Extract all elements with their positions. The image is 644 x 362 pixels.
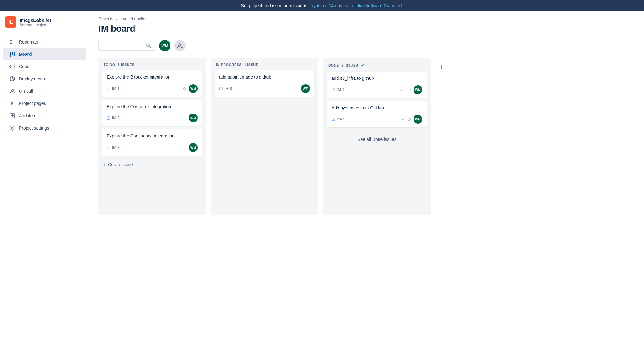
done-check-icon: ✓	[361, 63, 365, 68]
card-id-im3: ☑ IM-3	[107, 145, 120, 150]
branch-icon-im9: ⎇	[406, 87, 411, 92]
project-settings-label: Project settings	[19, 126, 49, 131]
avatar-im7: WM	[414, 115, 422, 124]
issue-id-im9: IM-9	[337, 88, 344, 92]
svg-point-7	[11, 90, 13, 91]
issue-id-im2: IM-2	[112, 116, 120, 120]
breadcrumb-project[interactable]: ImageLabeller	[121, 16, 146, 21]
card-im8[interactable]: add submitImage to github ☑ IM-8 WM	[215, 70, 314, 97]
svg-rect-1	[10, 42, 13, 42]
sidebar-item-code[interactable]: Code	[3, 61, 86, 73]
card-im2[interactable]: Explore the Opsgenie integration ☑ IM-2 …	[102, 100, 202, 126]
column-title-todo: TO DO	[104, 63, 115, 67]
pages-icon	[9, 101, 16, 106]
sidebar-item-project-settings[interactable]: Project settings	[3, 122, 86, 134]
issue-id-im8: IM-8	[224, 86, 232, 91]
code-icon	[9, 64, 16, 69]
card-icons-im9: ✓ ⎇ WM	[400, 85, 422, 94]
issue-id-im7: IM-7	[337, 117, 344, 121]
breadcrumb-separator: /	[116, 16, 118, 21]
svg-rect-0	[10, 40, 12, 41]
card-im1[interactable]: Explore the Bitbucket integration ☑ IM-1…	[102, 70, 202, 97]
project-pages-label: Project pages	[19, 101, 46, 106]
svg-rect-5	[14, 52, 15, 56]
sidebar-item-project-pages[interactable]: Project pages	[3, 97, 86, 109]
add-member-button[interactable]	[174, 40, 186, 51]
card-im7[interactable]: Add systemtests to GitHub ☑ IM-7 ✓ ◇ WM	[327, 101, 427, 128]
oncall-label: On-call	[19, 89, 33, 94]
checkbox-im8: ☑	[219, 86, 223, 91]
sidebar-item-add-item[interactable]: Add item	[3, 110, 86, 122]
checkbox-im1: ☑	[107, 86, 110, 91]
oncall-icon	[9, 88, 16, 94]
avatar-im8: WM	[301, 84, 310, 93]
card-meta-im2: ☑ IM-2 WM	[107, 114, 198, 122]
search-icon[interactable]: 🔍	[146, 43, 152, 48]
see-all-done-button[interactable]: See all Done issues	[327, 131, 427, 148]
main-content: Projects / ImageLabeller IM board 🔍 WM T…	[88, 11, 644, 362]
card-meta-im7: ☑ IM-7 ✓ ◇ WM	[331, 115, 422, 124]
roadmap-label: Roadmap	[19, 39, 38, 44]
card-icons-im8: WM	[301, 84, 310, 93]
project-name: ImageLabeller	[20, 17, 51, 23]
card-title-im7: Add systemtests to GitHub	[331, 105, 422, 111]
column-todo: TO DO 3 ISSUES Explore the Bitbucket int…	[98, 58, 206, 215]
card-title-im1: Explore the Bitbucket integration	[107, 74, 198, 80]
sidebar-item-oncall[interactable]: On-call	[3, 85, 86, 97]
see-all-label: See all Done issues	[357, 137, 397, 142]
breadcrumb-projects[interactable]: Projects	[98, 16, 113, 21]
card-meta-im8: ☑ IM-8 WM	[219, 84, 310, 93]
search-box[interactable]: 🔍	[98, 41, 155, 51]
card-id-im8: ☑ IM-8	[219, 86, 232, 91]
column-count-todo: 3 ISSUES	[118, 63, 134, 67]
card-id-im2: ☑ IM-2	[107, 116, 120, 120]
card-icons-im7: ✓ ◇ WM	[402, 115, 422, 124]
svg-point-17	[178, 44, 181, 46]
checkbox-im3: ☑	[107, 145, 110, 150]
svg-rect-3	[10, 52, 11, 57]
story-point-icon-im1: ◇	[183, 86, 186, 91]
deployments-icon	[9, 76, 16, 82]
deployments-label: Deployments	[19, 76, 45, 81]
svg-point-16	[12, 127, 13, 129]
code-label: Code	[19, 64, 29, 69]
sidebar: IL ImageLabeller Software project Roadma…	[0, 11, 88, 362]
card-icons-im2: WM	[189, 114, 198, 122]
settings-icon	[9, 125, 16, 131]
search-input[interactable]	[102, 43, 145, 48]
card-icons-im1: ◇ WM	[183, 84, 198, 93]
avatar-wm[interactable]: WM	[159, 40, 170, 51]
column-inprogress: IN PROGRESS 1 ISSUE add submitImage to g…	[211, 58, 318, 215]
card-title-im9: add s3_infra to github	[331, 75, 422, 82]
column-header-done: DONE 2 ISSUES ✓	[327, 61, 427, 72]
column-header-inprogress: IN PROGRESS 1 ISSUE	[215, 61, 314, 70]
card-icons-im3: WM	[189, 143, 198, 152]
avatar-im9: WM	[414, 85, 422, 94]
sidebar-item-board[interactable]: Board	[3, 48, 86, 60]
done-icon-im7: ✓	[402, 117, 405, 121]
avatar-im1: WM	[189, 84, 198, 93]
banner-link[interactable]: Try it in a 14-day trial of Jira Softwar…	[309, 3, 403, 8]
card-title-im2: Explore the Opsgenie integration	[107, 104, 198, 110]
column-count-inprogress: 1 ISSUE	[244, 63, 258, 67]
issue-id-im3: IM-3	[112, 145, 120, 150]
add-item-label: Add item	[19, 113, 36, 118]
card-im3[interactable]: Explore the Confluence integration ☑ IM-…	[102, 129, 202, 156]
card-id-im7: ☑ IM-7	[331, 117, 344, 122]
create-issue-button[interactable]: + Create issue	[102, 159, 202, 170]
add-item-icon	[9, 113, 16, 119]
card-meta-im1: ☑ IM-1 ◇ WM	[107, 84, 198, 93]
column-title-done: DONE	[328, 63, 339, 67]
checkbox-im7: ☑	[331, 117, 335, 122]
card-id-im9: ☑ IM-9	[331, 87, 344, 92]
story-point-icon-im7: ◇	[408, 117, 411, 122]
column-title-inprogress: IN PROGRESS	[216, 63, 242, 67]
create-issue-label: Create issue	[108, 162, 133, 167]
banner-text: Set project and issue permissions.	[241, 3, 308, 8]
sidebar-item-roadmap[interactable]: Roadmap	[3, 36, 86, 48]
add-column-button[interactable]: +	[436, 61, 447, 73]
sidebar-item-deployments[interactable]: Deployments	[3, 73, 86, 85]
roadmap-icon	[9, 39, 16, 45]
card-im9[interactable]: add s3_infra to github ☑ IM-9 ✓ ⎇ WM	[327, 72, 427, 98]
svg-rect-4	[12, 52, 13, 55]
